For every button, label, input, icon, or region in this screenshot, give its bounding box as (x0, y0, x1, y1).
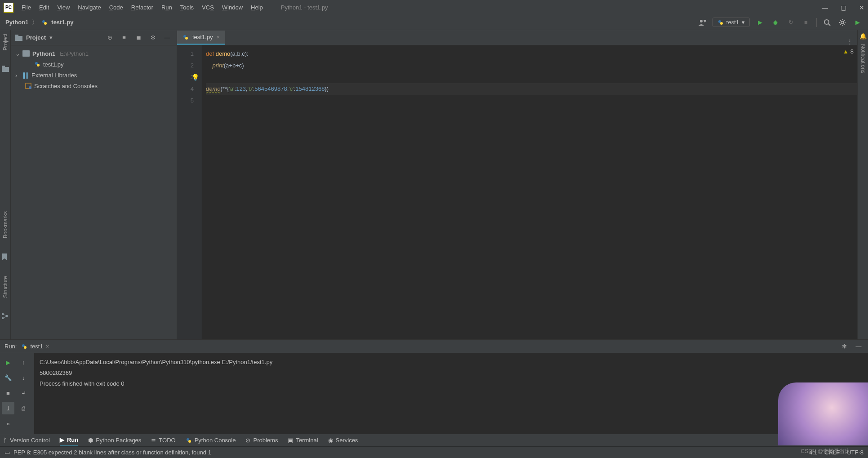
problems-icon: ⊘ (245, 437, 250, 444)
folder-icon (2, 66, 9, 73)
intention-bulb-icon[interactable]: 💡 (191, 71, 199, 83)
run-panel-tab-label: test1 (30, 343, 43, 350)
rerun-button[interactable]: ▶ (2, 356, 14, 369)
tree-project-root[interactable]: ⌄ Python1 E:\Python1 (11, 48, 177, 59)
menu-edit[interactable]: Edit (39, 4, 49, 11)
more-run-actions-icon[interactable]: » (2, 417, 14, 430)
stop-run-button[interactable]: ■ (2, 387, 14, 399)
run-panel-tab[interactable]: test1 × (21, 343, 49, 350)
status-bar: ▭ PEP 8: E305 expected 2 blank lines aft… (0, 446, 868, 458)
svg-point-6 (774, 21, 777, 25)
status-tool-window-icon[interactable]: ▭ (4, 449, 10, 456)
stop-button[interactable]: ■ (801, 18, 811, 27)
menu-refactor[interactable]: Refactor (131, 4, 153, 11)
editor-tabs-more-icon[interactable]: ⋮ (847, 38, 857, 45)
tree-external-libraries[interactable]: › ∥∥ External Libraries (11, 70, 177, 80)
status-caret-position[interactable]: 4:1 (809, 449, 817, 456)
tab-version-control[interactable]: ᚶ Version Control (4, 437, 50, 444)
tab-python-packages[interactable]: ⬢ Python Packages (88, 437, 141, 444)
tool-tab-bookmarks[interactable]: Bookmarks (2, 211, 9, 238)
svg-rect-22 (2, 66, 5, 68)
tab-todo[interactable]: ≣ TODO (151, 437, 175, 444)
search-icon[interactable] (822, 18, 832, 27)
run-anything-icon[interactable]: ▶ (853, 18, 863, 27)
collapse-all-icon[interactable]: ≣ (134, 33, 143, 43)
right-tool-stripe: 🔔 Notifications (857, 30, 868, 339)
close-button[interactable]: ✕ (859, 4, 864, 11)
svg-line-19 (840, 24, 841, 25)
settings-icon[interactable] (837, 18, 847, 27)
tab-run[interactable]: ▶ Run (60, 434, 78, 446)
inspection-indicator[interactable]: ▲ 8 (843, 48, 854, 55)
python-icon (186, 437, 192, 444)
tab-python-console[interactable]: Python Console (186, 437, 236, 444)
debug-button[interactable] (770, 18, 780, 27)
panel-settings-icon[interactable]: ✻ (148, 33, 158, 43)
code-content[interactable]: 💡def demo(a,b,c): print(a+b+c) demo(**{'… (202, 45, 857, 339)
print-icon[interactable]: ⎙ (17, 402, 30, 414)
terminal-icon: ▣ (288, 437, 293, 444)
run-button[interactable]: ▶ (755, 18, 765, 27)
tree-file-test1[interactable]: test1.py (11, 59, 177, 70)
tab-services[interactable]: ◉ Services (328, 437, 358, 444)
run-coverage-button[interactable]: ↻ (786, 18, 796, 27)
tab-problems[interactable]: ⊘ Problems (245, 437, 278, 444)
status-encoding[interactable]: UTF-8 (847, 449, 864, 456)
maximize-button[interactable]: ▢ (841, 4, 846, 11)
run-config-selector[interactable]: test1 ▾ (712, 18, 750, 27)
close-tab-icon[interactable]: × (217, 34, 220, 40)
run-panel-label: Run: (4, 343, 17, 350)
tree-root-name: Python1 (32, 50, 55, 57)
down-stack-icon[interactable]: ↓ (17, 371, 30, 384)
wrench-icon[interactable]: 🔧 (2, 371, 14, 384)
menu-view[interactable]: View (57, 4, 70, 11)
select-opened-file-icon[interactable]: ⊕ (105, 33, 115, 43)
add-user-icon[interactable]: ▾ (697, 18, 707, 27)
chevron-down-icon: ▾ (742, 19, 745, 26)
library-icon: ∥∥ (22, 71, 29, 79)
up-stack-icon[interactable]: ↑ (17, 356, 30, 369)
console-output[interactable]: C:\Users\hbb\AppData\Local\Programs\Pyth… (34, 353, 868, 434)
menu-window[interactable]: Window (222, 4, 243, 11)
tool-tab-project[interactable]: Project (2, 34, 9, 50)
tree-scratches[interactable]: Scratches and Consoles (11, 80, 177, 91)
breadcrumb-project[interactable]: Python1 (5, 19, 28, 26)
svg-rect-25 (6, 315, 8, 317)
editor-tab-test1[interactable]: test1.py × (177, 31, 225, 45)
warning-icon: ▲ (843, 48, 849, 55)
svg-point-1 (44, 22, 47, 25)
breadcrumb-file[interactable]: test1.py (51, 19, 73, 26)
minimize-button[interactable]: — (822, 4, 828, 11)
menu-help[interactable]: Help (251, 4, 263, 11)
notifications-icon[interactable]: 🔔 (859, 33, 867, 40)
editor-body[interactable]: 1 2 3 4 5 💡def demo(a,b,c): print(a+b+c)… (177, 45, 857, 339)
project-panel: Project ▾ ⊕ ≡ ≣ ✻ — ⌄ Python1 E:\Python1 (11, 30, 177, 339)
scroll-to-end-icon[interactable]: ⤓ (2, 402, 14, 414)
svg-text:▾: ▾ (703, 19, 706, 24)
chevron-down-icon[interactable]: ▾ (49, 34, 53, 41)
menu-navigate[interactable]: Navigate (78, 4, 101, 11)
close-run-tab-icon[interactable]: × (46, 343, 49, 350)
tool-tab-notifications[interactable]: Notifications (860, 44, 866, 73)
status-line-separator[interactable]: CRLF (824, 449, 840, 456)
svg-rect-23 (2, 313, 4, 315)
python-file-icon (34, 61, 40, 67)
python-file-icon (41, 19, 48, 26)
menu-run[interactable]: Run (161, 4, 172, 11)
tab-terminal[interactable]: ▣ Terminal (288, 437, 318, 444)
app-logo-icon: PC (4, 3, 13, 13)
hide-run-panel-icon[interactable]: — (854, 342, 864, 351)
tree-file-label: test1.py (43, 61, 64, 68)
tool-tab-structure[interactable]: Structure (2, 276, 9, 298)
menu-vcs[interactable]: VCS (202, 4, 214, 11)
svg-line-11 (828, 24, 830, 26)
svg-line-27 (4, 316, 6, 318)
expand-all-icon[interactable]: ≡ (119, 33, 129, 43)
soft-wrap-icon[interactable]: ⤶ (17, 387, 30, 399)
menu-tools[interactable]: Tools (180, 4, 194, 11)
menu-file[interactable]: File (22, 4, 31, 11)
hide-panel-icon[interactable]: — (162, 33, 172, 43)
run-panel-settings-icon[interactable]: ✻ (839, 342, 849, 351)
tree-root-path: E:\Python1 (60, 50, 89, 57)
menu-code[interactable]: Code (109, 4, 123, 11)
